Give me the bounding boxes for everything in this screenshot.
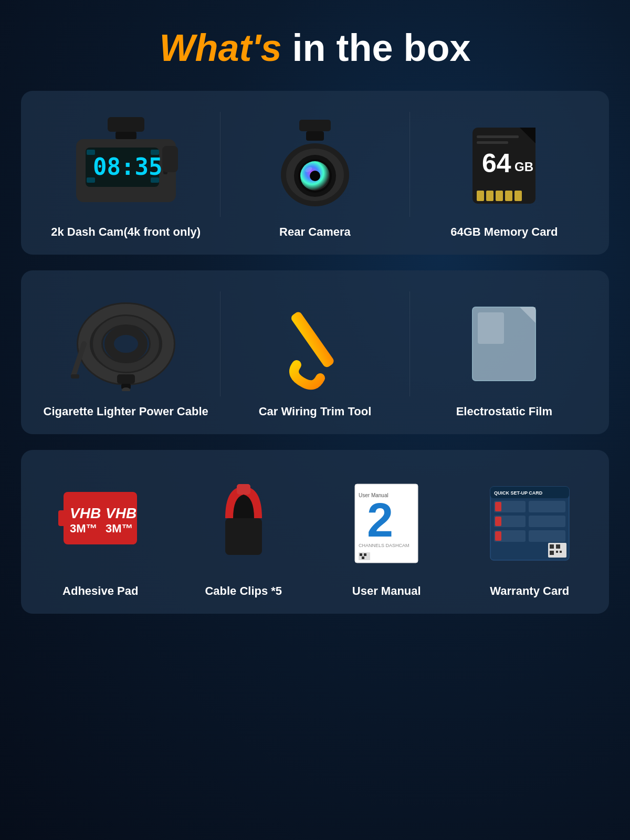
- item-film: Electrostatic Film: [415, 291, 593, 418]
- svg-text:3M™: 3M™: [70, 522, 98, 535]
- divider-4: [410, 291, 410, 396]
- svg-text:User Manual: User Manual: [359, 492, 388, 498]
- svg-rect-45: [478, 312, 504, 344]
- svg-text:VHB: VHB: [106, 505, 136, 521]
- cable-label: Cigarette Lighter Power Cable: [44, 405, 208, 418]
- svg-rect-62: [364, 553, 366, 556]
- svg-rect-79: [556, 544, 560, 549]
- svg-rect-73: [529, 530, 565, 542]
- dashcam-label: 2k Dash Cam(4k front only): [51, 225, 201, 239]
- svg-rect-81: [556, 551, 558, 553]
- svg-rect-61: [360, 553, 362, 556]
- page-title: What's in the box: [159, 26, 470, 70]
- svg-text:2: 2: [367, 494, 393, 547]
- svg-rect-30: [477, 135, 519, 138]
- svg-rect-82: [560, 551, 562, 553]
- svg-rect-9: [87, 177, 95, 183]
- svg-rect-12: [299, 120, 331, 131]
- cable-clips-label: Cable Clips *5: [205, 584, 282, 598]
- section-box-2: Cigarette Lighter Power Cable Car Wiring…: [21, 270, 609, 434]
- memory-card-label: 64GB Memory Card: [450, 225, 558, 239]
- item-cable-clips: Cable Clips *5: [175, 471, 313, 598]
- svg-rect-11: [162, 146, 178, 172]
- trim-tool-label: Car Wiring Trim Tool: [259, 405, 372, 418]
- svg-text:08:35: 08:35: [93, 153, 162, 180]
- adhesive-label: Adhesive Pad: [62, 584, 138, 598]
- svg-rect-42: [290, 310, 335, 369]
- svg-rect-27: [514, 191, 522, 201]
- film-label: Electrostatic Film: [456, 405, 552, 418]
- item-trim-tool: Car Wiring Trim Tool: [226, 291, 404, 418]
- cable-clips-image: [186, 471, 301, 576]
- svg-rect-31: [477, 141, 508, 144]
- svg-rect-23: [477, 191, 484, 201]
- svg-rect-24: [486, 191, 494, 201]
- svg-rect-76: [495, 531, 501, 541]
- rear-camera-image: [257, 112, 373, 217]
- item-cable: Cigarette Lighter Power Cable: [37, 291, 215, 418]
- divider-1: [220, 112, 220, 217]
- dashcam-image: 08:35: [68, 112, 184, 217]
- svg-rect-13: [306, 131, 324, 141]
- svg-rect-0: [108, 117, 144, 132]
- memory-card-image: 64 GB: [446, 112, 562, 217]
- user-manual-image: 2 User Manual CHANNELS DASHCAM: [329, 471, 444, 576]
- svg-rect-10: [151, 177, 159, 183]
- item-warranty-card: QUICK SET-UP CARD Warr: [461, 471, 599, 598]
- item-rear-camera: Rear Camera: [226, 112, 404, 239]
- svg-rect-53: [225, 518, 262, 555]
- svg-rect-74: [495, 502, 501, 511]
- svg-text:GB: GB: [514, 160, 533, 174]
- divider-2: [410, 112, 410, 217]
- item-adhesive: VHB 3M™ VHB 3M™ Adhesive Pad: [32, 471, 170, 598]
- svg-point-36: [109, 330, 143, 358]
- svg-text:3M™: 3M™: [106, 522, 133, 535]
- cable-image: [68, 291, 184, 396]
- svg-rect-37: [117, 374, 135, 384]
- item-dashcam: 08:35 2k Dash Cam(4k front only): [37, 112, 215, 239]
- warranty-card-image: QUICK SET-UP CARD: [472, 471, 587, 576]
- svg-rect-52: [58, 510, 68, 526]
- adhesive-image: VHB 3M™ VHB 3M™: [43, 471, 158, 576]
- item-memory-card: 64 GB 64GB Memory Card: [415, 112, 593, 239]
- film-image: [446, 291, 562, 396]
- svg-text:VHB: VHB: [70, 505, 101, 521]
- user-manual-label: User Manual: [352, 584, 421, 598]
- svg-rect-8: [151, 150, 159, 155]
- svg-rect-75: [495, 517, 501, 526]
- svg-rect-54: [237, 484, 250, 495]
- svg-rect-41: [71, 374, 79, 379]
- svg-text:CHANNELS DASHCAM: CHANNELS DASHCAM: [359, 543, 410, 548]
- svg-rect-25: [496, 191, 503, 201]
- trim-tool-image: [257, 291, 373, 396]
- svg-rect-7: [87, 150, 95, 155]
- svg-text:QUICK SET-UP CARD: QUICK SET-UP CARD: [494, 490, 543, 496]
- svg-point-19: [310, 171, 320, 181]
- rear-camera-label: Rear Camera: [279, 225, 351, 239]
- svg-text:64: 64: [482, 149, 511, 178]
- divider-3: [220, 291, 220, 396]
- svg-rect-78: [550, 544, 554, 549]
- section-box-3: VHB 3M™ VHB 3M™ Adhesive Pad: [21, 450, 609, 614]
- svg-rect-69: [529, 501, 565, 512]
- svg-rect-71: [529, 516, 565, 527]
- item-user-manual: 2 User Manual CHANNELS DASHCAM User Manu…: [318, 471, 456, 598]
- section-box-1: 08:35 2k Dash Cam(4k front only): [21, 91, 609, 255]
- svg-rect-26: [505, 191, 512, 201]
- warranty-card-label: Warranty Card: [490, 584, 569, 598]
- svg-rect-1: [116, 132, 136, 139]
- svg-rect-80: [550, 551, 554, 555]
- svg-rect-63: [362, 556, 364, 559]
